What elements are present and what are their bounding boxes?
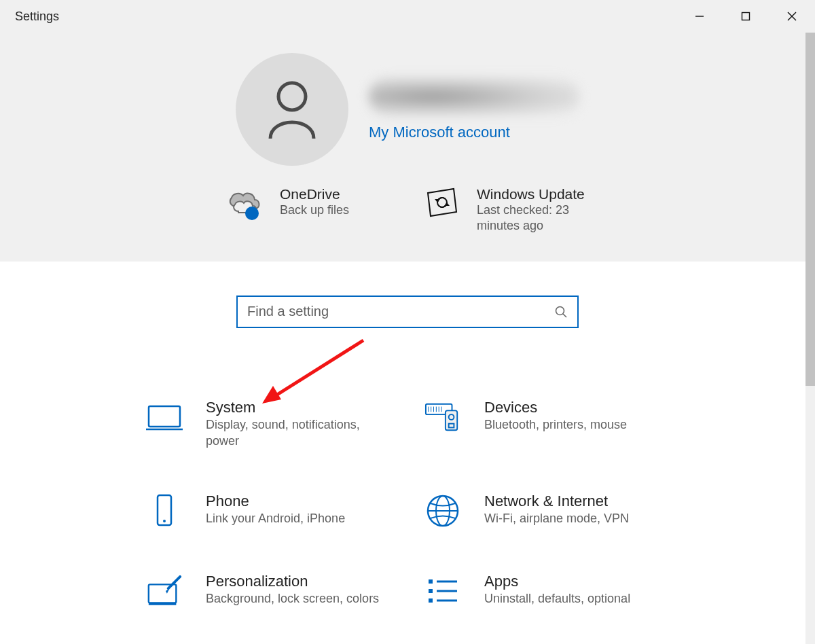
- category-network-subtitle: Wi-Fi, airplane mode, VPN: [484, 510, 629, 526]
- user-name-blurred: [369, 77, 579, 115]
- ms-account-link[interactable]: My Microsoft account: [369, 124, 579, 141]
- system-icon: [146, 399, 183, 435]
- avatar[interactable]: [236, 53, 348, 166]
- globe-icon: [424, 493, 461, 529]
- main-area: System Display, sound, notifications, po…: [0, 262, 815, 637]
- minimize-button[interactable]: [676, 0, 723, 33]
- category-personalization-subtitle: Background, lock screen, colors: [206, 590, 379, 607]
- category-devices-text: Devices Bluetooth, printers, mouse: [484, 399, 627, 433]
- phone-icon: [146, 493, 183, 529]
- search-input[interactable]: [247, 304, 554, 319]
- category-system-subtitle: Display, sound, notifications, power: [206, 416, 382, 450]
- scrollbar[interactable]: [805, 33, 815, 644]
- category-phone-title: Phone: [206, 493, 345, 510]
- category-system-text: System Display, sound, notifications, po…: [206, 399, 382, 450]
- onedrive-title: OneDrive: [280, 186, 349, 202]
- category-personalization-title: Personalization: [206, 573, 379, 590]
- onedrive-card[interactable]: OneDrive Back up files: [223, 186, 349, 234]
- svg-rect-10: [149, 406, 180, 427]
- category-devices-subtitle: Bluetooth, printers, mouse: [484, 416, 627, 433]
- category-personalization[interactable]: Personalization Background, lock screen,…: [146, 573, 391, 609]
- category-phone-text: Phone Link your Android, iPhone: [206, 493, 345, 526]
- onedrive-text: OneDrive Back up files: [280, 186, 349, 218]
- category-apps-title: Apps: [484, 573, 630, 590]
- user-info: My Microsoft account: [369, 77, 579, 141]
- onedrive-subtitle: Back up files: [280, 202, 349, 218]
- search-box[interactable]: [236, 296, 579, 328]
- svg-point-4: [278, 83, 306, 110]
- maximize-button[interactable]: [723, 0, 769, 33]
- scrollbar-thumb[interactable]: [805, 33, 815, 386]
- svg-point-5: [245, 207, 259, 220]
- category-system-title: System: [206, 399, 382, 416]
- category-devices[interactable]: Devices Bluetooth, printers, mouse: [424, 399, 669, 450]
- windows-update-icon: [424, 186, 460, 219]
- category-phone-subtitle: Link your Android, iPhone: [206, 510, 345, 526]
- close-button[interactable]: [769, 0, 815, 33]
- svg-point-8: [556, 306, 564, 315]
- category-apps-text: Apps Uninstall, defaults, optional: [484, 573, 630, 607]
- category-network-text: Network & Internet Wi-Fi, airplane mode,…: [484, 493, 629, 526]
- svg-rect-34: [429, 598, 433, 603]
- onedrive-cloud-icon: [223, 186, 264, 220]
- title-bar: Settings: [0, 0, 815, 33]
- header-area: My Microsoft account OneDrive Back up fi…: [0, 33, 815, 262]
- category-apps-subtitle: Uninstall, defaults, optional: [484, 590, 630, 607]
- svg-line-9: [563, 314, 566, 317]
- personalization-icon: [146, 573, 183, 609]
- svg-rect-27: [149, 585, 177, 603]
- apps-icon: [424, 573, 461, 609]
- category-devices-title: Devices: [484, 399, 627, 416]
- maximize-icon: [741, 12, 750, 21]
- windows-update-text: Windows Update Last checked: 23 minutes …: [477, 186, 592, 234]
- category-system[interactable]: System Display, sound, notifications, po…: [146, 399, 391, 450]
- search-icon: [554, 305, 568, 319]
- svg-rect-1: [742, 13, 750, 20]
- user-block: My Microsoft account: [0, 53, 815, 166]
- minimize-icon: [695, 12, 704, 21]
- close-icon: [787, 12, 797, 21]
- category-apps[interactable]: Apps Uninstall, defaults, optional: [424, 573, 669, 609]
- category-network-title: Network & Internet: [484, 493, 629, 510]
- search-wrap: [0, 296, 815, 328]
- devices-icon: [424, 399, 461, 435]
- person-icon: [265, 79, 319, 140]
- category-personalization-text: Personalization Background, lock screen,…: [206, 573, 379, 607]
- svg-rect-30: [429, 579, 433, 584]
- window-title: Settings: [15, 10, 59, 24]
- windows-update-subtitle: Last checked: 23 minutes ago: [477, 202, 592, 234]
- svg-rect-32: [429, 589, 433, 593]
- category-network[interactable]: Network & Internet Wi-Fi, airplane mode,…: [424, 493, 669, 529]
- windows-update-card[interactable]: Windows Update Last checked: 23 minutes …: [424, 186, 592, 234]
- svg-point-23: [163, 520, 166, 522]
- category-phone[interactable]: Phone Link your Android, iPhone: [146, 493, 391, 529]
- window-controls: [676, 0, 815, 33]
- windows-update-title: Windows Update: [477, 186, 592, 202]
- categories-grid: System Display, sound, notifications, po…: [0, 399, 815, 610]
- status-row: OneDrive Back up files Windows Update La…: [0, 186, 815, 234]
- svg-marker-7: [444, 202, 450, 206]
